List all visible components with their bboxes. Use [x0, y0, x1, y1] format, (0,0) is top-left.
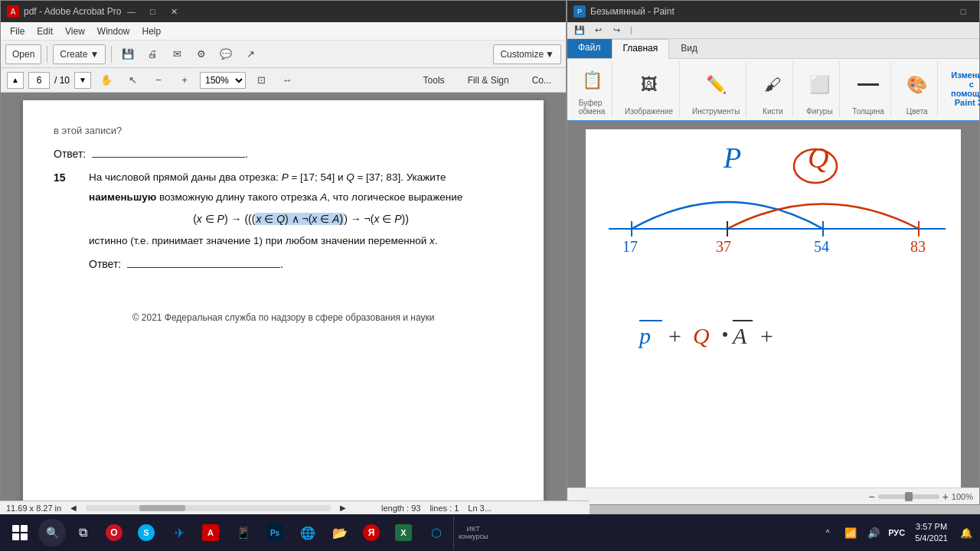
create-button[interactable]: Create ▼: [53, 44, 106, 64]
ribbon-tabs: Файл Главная Вид: [567, 39, 979, 59]
fill-sign-button[interactable]: Fill & Sign: [459, 72, 518, 89]
code-status-bar: length : 93 lines : 1 Ln 3...: [375, 500, 590, 514]
fit-page-button[interactable]: ⊡: [250, 70, 272, 90]
opera-icon: O: [106, 524, 122, 541]
paint-ribbon: Файл Главная Вид 📋 Буферобмена 🖼: [567, 39, 979, 122]
pdf-close-button[interactable]: ✕: [164, 5, 184, 18]
clock-area[interactable]: 3:57 PM 5/4/2021: [909, 521, 954, 545]
next-page-button[interactable]: ▼: [74, 72, 91, 89]
lang-button[interactable]: РУС: [886, 517, 907, 548]
ribbon-group-shapes: ⬜ Фигуры: [799, 62, 840, 117]
time-display: 3:57 PM: [916, 521, 947, 533]
volume-icon[interactable]: 🔊: [863, 517, 884, 548]
prev-answer-underline: [92, 157, 245, 158]
save-button[interactable]: 💾: [117, 44, 139, 64]
ikt-label[interactable]: ИКТ конкурсы: [453, 516, 492, 549]
taskbar-folder[interactable]: 📂: [325, 517, 355, 548]
qa-undo-button[interactable]: ↩: [590, 24, 606, 37]
brushes-button[interactable]: 🖌: [759, 71, 786, 99]
taskbar-skype[interactable]: S: [132, 517, 162, 548]
taskbar-photoshop[interactable]: Ps: [260, 517, 291, 548]
notification-button[interactable]: 🔔: [956, 517, 977, 548]
h-scroll-thumb[interactable]: [139, 505, 185, 511]
email-button[interactable]: ✉: [166, 44, 188, 64]
customize-button[interactable]: Customize ▼: [493, 44, 561, 64]
tools-ribbon-button[interactable]: ✏️: [702, 71, 730, 99]
start-button[interactable]: [3, 516, 37, 549]
clipboard-button[interactable]: 📋: [578, 67, 606, 94]
paint-canvas[interactable]: P Q 17 37 54 83: [586, 129, 961, 487]
paint-maximize-button[interactable]: □: [953, 5, 973, 18]
zoom-minus-button[interactable]: −: [868, 491, 874, 503]
open-button[interactable]: Open: [5, 44, 41, 64]
clipboard-content: 📋: [578, 64, 606, 97]
menu-edit[interactable]: Edit: [31, 24, 59, 38]
qa-redo-button[interactable]: ↪: [609, 24, 624, 37]
tools-nav-button[interactable]: Tools: [415, 72, 453, 89]
skype-icon: S: [138, 524, 155, 541]
more-tools-button[interactable]: Co...: [524, 72, 560, 89]
hand-tool-button[interactable]: ✋: [96, 70, 117, 90]
ikt-text: ИКТ: [467, 525, 480, 533]
pdf-content-area: в этой записи? Ответ: . 15 На числовой п…: [1, 93, 566, 533]
share-button[interactable]: ↗: [240, 44, 261, 64]
taskbar-anki[interactable]: ⬡: [421, 517, 452, 548]
num-54: 54: [814, 238, 829, 255]
tray-expand-button[interactable]: ^: [817, 517, 838, 548]
colors-content: 🎨: [903, 64, 931, 106]
thickness-button[interactable]: [854, 71, 882, 99]
prev-page-button[interactable]: ▲: [7, 72, 24, 89]
qa-save-button[interactable]: 💾: [572, 24, 587, 37]
paint-window: P Безымянный - Paint — □ ✕ 💾 ↩ ↪ | Файл …: [567, 0, 980, 505]
tools-button[interactable]: ⚙: [191, 44, 212, 64]
paint3d-button[interactable]: Изменить спомощьюPaint 3D: [950, 75, 980, 103]
scroll-right-btn[interactable]: ▶: [340, 504, 346, 512]
taskbar-opera[interactable]: O: [100, 517, 130, 548]
taskbar-adobe[interactable]: A: [196, 517, 227, 548]
zoom-in-button[interactable]: +: [174, 70, 195, 90]
menu-window[interactable]: Window: [91, 24, 136, 38]
pdf-maximize-button[interactable]: □: [142, 5, 162, 18]
q15-text2: наименьшую возможную длину такого отрезк…: [89, 190, 513, 205]
zoom-slider-thumb[interactable]: [905, 492, 913, 501]
print-button[interactable]: 🖨: [142, 44, 163, 64]
zoom-slider[interactable]: [878, 494, 939, 499]
taskbar-yandex[interactable]: Я: [357, 517, 387, 548]
shapes-content: ⬜: [805, 64, 833, 106]
clipboard-label: Буферобмена: [579, 97, 606, 116]
taskbar-android[interactable]: 📱: [228, 517, 259, 548]
select-button[interactable]: ↖: [122, 70, 143, 90]
zoom-select[interactable]: 150% 100% 75%: [200, 72, 246, 89]
wifi-icon[interactable]: 📶: [840, 517, 861, 548]
length-status: length : 93: [381, 504, 420, 513]
fit-width-button[interactable]: ↔: [276, 70, 298, 90]
paint3d-content: Изменить спомощьюPaint 3D: [950, 64, 980, 114]
num-17: 17: [622, 238, 638, 255]
ribbon-tab-file[interactable]: Файл: [567, 39, 612, 58]
pdf-minimize-button[interactable]: —: [121, 5, 141, 18]
image-button[interactable]: 🖼: [635, 71, 663, 99]
ribbon-tab-view[interactable]: Вид: [669, 39, 709, 58]
h-scroll-track[interactable]: [86, 505, 331, 511]
q15-formula-box: (x ∈ P) → (((x ∈ Q) ∧ ¬(x ∈ A)) → ¬(x ∈ …: [89, 211, 513, 227]
taskbar-excel[interactable]: X: [389, 517, 420, 548]
taskbar-telegram[interactable]: ✈: [164, 517, 194, 548]
zoom-plus-button[interactable]: +: [942, 491, 949, 503]
taskbar-task-view[interactable]: ⧉: [67, 517, 98, 548]
zoom-out-button[interactable]: −: [148, 70, 169, 90]
menu-view[interactable]: View: [59, 24, 91, 38]
menu-help[interactable]: Help: [136, 24, 168, 38]
taskbar-chrome[interactable]: 🌐: [292, 517, 323, 548]
paint-titlebar: P Безымянный - Paint — □ ✕: [567, 1, 979, 22]
brushes-content: 🖌: [759, 64, 786, 106]
shapes-button[interactable]: ⬜: [805, 71, 833, 99]
page-number-input[interactable]: [28, 72, 50, 89]
search-button[interactable]: 🔍: [38, 519, 66, 546]
ribbon-tab-home[interactable]: Главная: [612, 39, 670, 59]
scroll-left-btn[interactable]: ◀: [70, 504, 77, 512]
menu-file[interactable]: File: [4, 24, 31, 38]
create-label: Create: [60, 49, 87, 60]
paint-canvas-area[interactable]: P Q 17 37 54 83: [567, 122, 979, 487]
colors-button[interactable]: 🎨: [903, 71, 931, 99]
comment-button[interactable]: 💬: [215, 44, 237, 64]
